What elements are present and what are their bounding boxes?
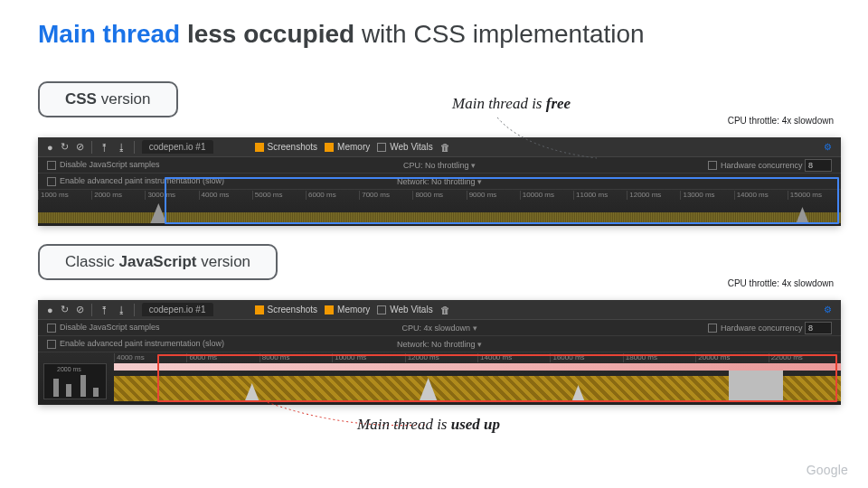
checkbox-icon [47,340,56,349]
upload-icon[interactable]: ⭱ [99,305,109,315]
hardware-concurrency[interactable]: Hardware concurrency [708,159,832,172]
section-css: CSS version CPU throttle: 4x slowdown ● … [38,81,841,226]
timeline-overview[interactable]: 2000 ms 4000 ms6000 ms8000 ms10000 ms120… [38,352,841,405]
timeline-tick: 18000 ms [623,353,695,362]
timeline-tick: 10000 ms [520,191,573,200]
timeline-ticks: 4000 ms6000 ms8000 ms10000 ms12000 ms140… [114,353,841,362]
check-webvitals[interactable]: Web Vitals [377,142,432,152]
timeline-tick: 13000 ms [680,191,733,200]
cpu-throttle-select[interactable]: CPU: 4x slowdown [401,324,476,333]
download-icon[interactable]: ⭳ [117,305,127,315]
timeline-tick: 4000 ms [114,353,186,362]
disable-js-samples[interactable]: Disable JavaScript samples [47,160,160,170]
mini-tick: 2000 ms [57,366,81,372]
timeline-tick: 15000 ms [788,191,841,200]
separator [91,304,92,316]
devtools-row-1: Disable JavaScript samples CPU: No throt… [38,157,841,174]
timeline-tick: 10000 ms [332,353,404,362]
timeline-tick: 4000 ms [199,191,252,200]
separator [134,141,135,154]
pill-css-bold: CSS [65,90,97,108]
timeline-tick: 3000 ms [145,191,198,200]
reload-icon[interactable]: ↻ [61,304,69,315]
download-icon[interactable]: ⭳ [117,142,127,153]
check-screenshots[interactable]: Screenshots [255,305,318,314]
devtools-tab[interactable]: codepen.io #1 [142,140,213,154]
devtools-row-1: Disable JavaScript samples CPU: 4x slowd… [38,320,841,336]
mini-overview: 2000 ms [43,363,107,399]
timeline-tick: 1000 ms [38,191,91,200]
timeline-tick: 6000 ms [306,191,359,200]
trash-icon[interactable]: 🗑 [440,142,450,153]
upload-icon[interactable]: ⭱ [99,142,109,153]
timeline-tick: 22000 ms [769,353,841,362]
trash-icon[interactable]: 🗑 [440,305,450,315]
title-bold: less occupied [180,20,354,48]
checkbox-icon [325,305,334,314]
checkbox-icon [47,177,56,186]
network-throttle-select[interactable]: Network: No throttling [397,177,482,186]
checkbox-icon [325,143,334,152]
task-bar [114,363,841,371]
record-icon[interactable]: ● [47,142,53,153]
disable-js-samples[interactable]: Disable JavaScript samples [47,323,160,333]
check-memory[interactable]: Memory [325,305,370,314]
checkbox-icon [377,143,386,152]
cpu-flame-low [38,212,841,223]
devtools-js: ● ↻ ⊘ ⭱ ⭳ codepen.io #1 Screenshots Memo… [38,300,841,405]
title-rest: with CSS implementation [354,20,645,48]
timeline-tick: 16000 ms [550,353,622,362]
timeline-tick: 12000 ms [405,353,477,362]
check-screenshots[interactable]: Screenshots [255,142,318,152]
hw-concurrency-input[interactable] [805,159,832,172]
hw-concurrency-input[interactable] [805,322,832,334]
pill-js: Classic JavaScript version [38,244,278,280]
separator [134,304,135,316]
devtools-row-2: Enable advanced paint instrumentation (s… [38,336,841,352]
timeline-tick: 12000 ms [627,191,680,200]
checkbox-icon [708,161,717,170]
pill-css-rest: version [97,90,151,108]
devtools-css: ● ↻ ⊘ ⭱ ⭳ codepen.io #1 Screenshots Memo… [38,137,841,226]
timeline-tick: 14000 ms [734,191,788,200]
checkbox-icon [255,143,264,152]
gear-icon[interactable]: ⚙ [824,305,832,314]
record-icon[interactable]: ● [47,305,53,315]
devtools-row-2: Enable advanced paint instrumentation (s… [38,174,841,190]
timeline-tick: 6000 ms [186,353,259,362]
slide-title: Main thread less occupied with CSS imple… [38,20,645,49]
pill-js-rest: version [197,253,251,270]
gear-icon[interactable]: ⚙ [824,142,832,152]
separator [91,141,92,154]
checkbox-icon [47,324,56,333]
check-memory[interactable]: Memory [325,142,370,152]
timeline-tick: 7000 ms [359,191,412,200]
title-blue: Main thread [38,20,180,48]
cpu-throttle-select[interactable]: CPU: No throttling [403,161,476,170]
throttle-note-js: CPU throttle: 4x slowdown [728,278,834,288]
timeline-tick: 8000 ms [259,353,332,362]
annotation-used: Main thread is used up [357,416,500,434]
checkbox-icon [708,324,717,333]
enable-paint-instrumentation[interactable]: Enable advanced paint instrumentation (s… [47,176,224,186]
timeline-tick: 5000 ms [252,191,306,200]
devtools-tab[interactable]: codepen.io #1 [142,303,213,316]
devtools-toolbar: ● ↻ ⊘ ⭱ ⭳ codepen.io #1 Screenshots Memo… [38,300,841,320]
network-throttle-select[interactable]: Network: No throttling [397,340,482,349]
annotation-free: Main thread is free [452,95,571,113]
hardware-concurrency[interactable]: Hardware concurrency [708,322,832,334]
check-webvitals[interactable]: Web Vitals [377,305,432,314]
section-js: Classic JavaScript version CPU throttle:… [38,244,841,405]
pill-js-prefix: Classic [65,253,119,270]
pill-css: CSS version [38,81,178,117]
pill-js-bold: JavaScript [119,253,197,270]
timeline-overview[interactable]: 1000 ms2000 ms3000 ms4000 ms5000 ms6000 … [38,190,841,226]
cpu-flame-high [114,376,841,401]
clear-icon[interactable]: ⊘ [76,141,84,153]
throttle-note-css: CPU throttle: 4x slowdown [728,116,834,126]
reload-icon[interactable]: ↻ [61,141,69,153]
devtools-toolbar: ● ↻ ⊘ ⭱ ⭳ codepen.io #1 Screenshots Memo… [38,137,841,157]
enable-paint-instrumentation[interactable]: Enable advanced paint instrumentation (s… [47,339,224,349]
checkbox-icon [255,305,264,314]
clear-icon[interactable]: ⊘ [76,304,84,315]
